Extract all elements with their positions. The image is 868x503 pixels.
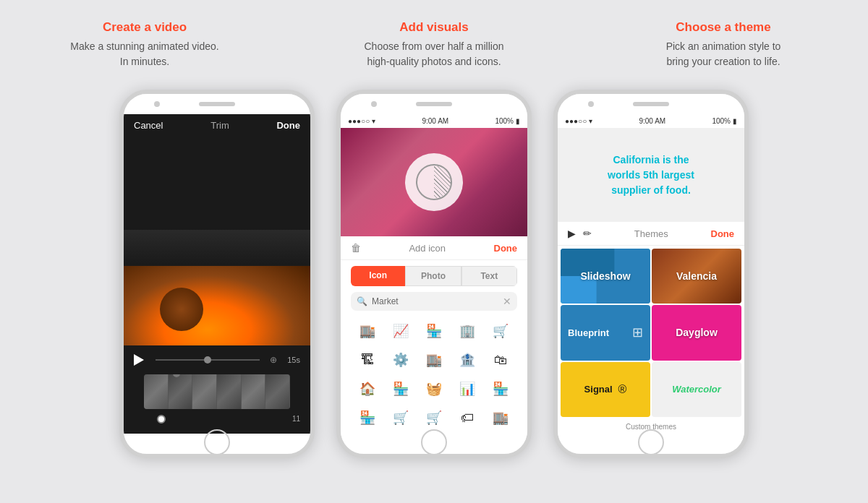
phone1-top	[124, 94, 310, 114]
play-icon[interactable]: ▶	[568, 228, 576, 239]
preview-text: California is the worlds 5th largest sup…	[608, 152, 694, 198]
icon-item[interactable]: 🏷	[454, 405, 480, 431]
home-button-2[interactable]	[421, 429, 447, 455]
theme-dayglow[interactable]: Dayglow	[652, 305, 741, 360]
filmstrip[interactable]	[144, 374, 290, 409]
camera-dot	[154, 101, 160, 107]
play-button[interactable]	[134, 353, 148, 367]
signal-icon-3: ●●●○○	[565, 117, 587, 125]
icon-item[interactable]: 🛍	[488, 347, 514, 373]
phone2-top	[341, 94, 527, 114]
phone3-top	[558, 94, 744, 114]
feature-title-2: Add visuals	[304, 20, 564, 35]
search-clear-icon[interactable]: ✕	[503, 296, 511, 307]
sunflower-center	[160, 288, 203, 331]
search-icon: 🔍	[357, 296, 367, 306]
icon-search[interactable]: 🔍 Market ✕	[351, 292, 517, 311]
theme-blueprint-label: Blueprint	[568, 327, 609, 338]
phone2-bottom	[341, 434, 527, 454]
themes-done-button[interactable]: Done	[711, 228, 735, 239]
status-left-3: ●●●○○ ▾	[565, 117, 592, 125]
frame-1	[144, 374, 169, 409]
sunflower-bg	[124, 266, 310, 345]
status-right-3: 100% ▮	[712, 117, 737, 125]
home-button-3[interactable]	[638, 429, 664, 455]
blueprint-grid-icon: ⊞	[632, 324, 643, 340]
tab-photo[interactable]: Photo	[405, 266, 461, 286]
feature-choose-theme: Choose a theme Pick an animation style t…	[579, 20, 868, 69]
icon-item[interactable]: 🏬	[421, 347, 447, 373]
icons-row-1: 🏬 📈 🏪 🏢 🛒	[351, 318, 517, 344]
icon-item[interactable]: 📈	[388, 318, 414, 344]
icon-done-button[interactable]: Done	[494, 243, 518, 254]
theme-watercolor[interactable]: Watercolor	[652, 362, 741, 417]
icon-item[interactable]: 🧺	[421, 376, 447, 402]
feature-add-visuals: Add visuals Choose from over half a mill…	[289, 20, 579, 69]
wifi-icon: ▾	[372, 117, 375, 125]
icon-item[interactable]: 📊	[454, 376, 480, 402]
camera-dot-3	[588, 101, 594, 107]
icon-item[interactable]: 🏬	[354, 318, 380, 344]
circle-overlay	[405, 153, 463, 211]
time-bar[interactable]	[156, 359, 260, 361]
icons-row-3: 🏠 🏪 🧺 📊 🏪	[351, 376, 517, 402]
feature-desc-1: Make a stunning animated video. In minut…	[14, 39, 275, 69]
filmstrip-container: 11	[124, 374, 310, 434]
trash-icon[interactable]: 🗑	[351, 242, 361, 254]
themes-grid: Slideshow Valencia Blueprint ⊞ Dayglow S…	[558, 246, 744, 420]
cancel-button[interactable]: Cancel	[134, 120, 163, 131]
theme-valencia-label: Valencia	[676, 270, 717, 282]
scrubber-handle[interactable]	[157, 415, 166, 424]
theme-valencia[interactable]: Valencia	[652, 249, 741, 304]
frame-4	[217, 374, 242, 409]
home-button-1[interactable]	[204, 429, 230, 455]
icons-row-4: 🏪 🛒 🛒 🏷 🏬	[351, 405, 517, 431]
themes-label: Themes	[634, 228, 668, 239]
icon-item[interactable]: 🏪	[388, 376, 414, 402]
theme-slideshow[interactable]: Slideshow	[561, 249, 650, 304]
pencil-icon[interactable]: ✏	[583, 228, 592, 239]
tab-icon[interactable]: Icon	[351, 266, 405, 286]
theme-signal-label: Signal	[584, 384, 613, 395]
phone3-bottom	[558, 434, 744, 454]
icons-grid: 🏬 📈 🏪 🏢 🛒 🏗 ⚙️ 🏬 🏦 🛍 🏠 🏪 🧺	[341, 315, 527, 434]
battery-label-3: 100%	[712, 117, 731, 125]
icon-item[interactable]: 🏪	[354, 405, 380, 431]
phones-section: Cancel Trim Done ⊕ 15	[119, 90, 749, 458]
speaker-3	[633, 102, 669, 106]
phone-icon-picker: ●●●○○ ▾ 9:00 AM 100% ▮ 🗑 Add icon Done	[336, 90, 532, 458]
status-time-3: 9:00 AM	[639, 117, 665, 125]
themes-toolbar: ▶ ✏ Themes Done	[558, 222, 744, 246]
icon-item[interactable]: 🏪	[421, 318, 447, 344]
feature-title-3: Choose a theme	[593, 20, 854, 35]
done-button[interactable]: Done	[276, 120, 300, 131]
filmstrip-frames	[144, 374, 290, 409]
icon-item[interactable]: 🏗	[354, 347, 380, 373]
feature-title-1: Create a video	[14, 20, 275, 35]
icon-item[interactable]: 🏠	[354, 376, 380, 402]
icon-item[interactable]: 🏦	[454, 347, 480, 373]
video-thumbnail	[124, 230, 310, 345]
status-time-2: 9:00 AM	[422, 117, 448, 125]
theme-slideshow-label: Slideshow	[580, 270, 630, 282]
phone1-bottom	[124, 434, 310, 454]
icon-tabs: Icon Photo Text	[351, 266, 517, 286]
trim-header: Cancel Trim Done	[124, 114, 310, 137]
theme-blueprint[interactable]: Blueprint ⊞	[561, 305, 650, 360]
icon-item[interactable]: 🏪	[488, 376, 514, 402]
icon-item[interactable]: 🛒	[421, 405, 447, 431]
search-input[interactable]: Market	[372, 296, 498, 306]
icon-item[interactable]: 🛒	[488, 318, 514, 344]
toolbar-left: ▶ ✏	[568, 228, 592, 239]
status-right: 100% ▮	[495, 117, 520, 125]
speaker	[199, 102, 235, 106]
icon-item[interactable]: 🏢	[454, 318, 480, 344]
frame-6	[265, 374, 290, 409]
scrubber-row: 11	[134, 412, 300, 426]
icon-item[interactable]: ⚙️	[388, 347, 414, 373]
theme-signal[interactable]: Signal ®	[561, 362, 650, 417]
icon-item[interactable]: 🏬	[488, 405, 514, 431]
icon-item[interactable]: 🛒	[388, 405, 414, 431]
tab-text[interactable]: Text	[461, 266, 517, 286]
icon-preview-image	[341, 128, 527, 236]
